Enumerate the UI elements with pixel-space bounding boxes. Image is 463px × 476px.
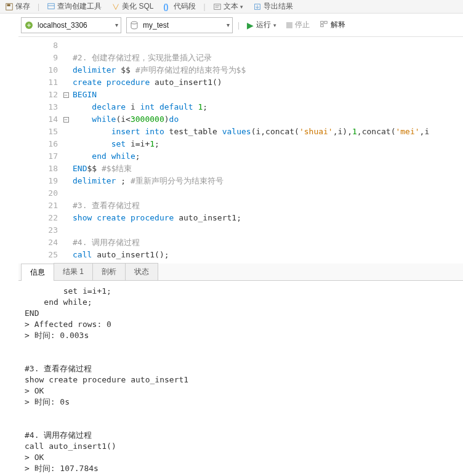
save-button[interactable]: 保存 bbox=[2, 1, 33, 12]
fold-marker bbox=[62, 175, 70, 187]
svg-rect-1 bbox=[7, 4, 10, 6]
svg-point-9 bbox=[131, 22, 137, 24]
code-area[interactable]: #2. 创建存储过程，实现批量插入记录delimiter $$ #声明存储过程的… bbox=[70, 37, 463, 264]
fold-marker bbox=[62, 150, 70, 163]
chevron-down-icon: ▾ bbox=[227, 22, 230, 28]
line-number: 21 bbox=[18, 200, 58, 212]
chevron-down-icon: ▾ bbox=[273, 22, 276, 28]
separator: | bbox=[38, 2, 39, 11]
code-snippet-label: 代码段 bbox=[174, 1, 196, 12]
fold-marker[interactable]: − bbox=[62, 113, 70, 126]
connection-icon bbox=[24, 20, 34, 30]
tab-analysis[interactable]: 剖析 bbox=[92, 263, 126, 280]
play-icon: ▶ bbox=[247, 20, 254, 30]
chevron-down-icon: ▾ bbox=[115, 22, 118, 28]
line-number: 13 bbox=[18, 101, 58, 113]
database-text: my_test bbox=[143, 21, 223, 30]
separator: | bbox=[238, 21, 240, 30]
database-icon bbox=[129, 20, 139, 30]
database-dropdown[interactable]: my_test ▾ bbox=[126, 17, 233, 33]
code-line[interactable]: BEGIN bbox=[73, 89, 463, 101]
code-line[interactable]: while(i<3000000)do bbox=[73, 113, 463, 126]
line-number: 9 bbox=[18, 52, 58, 64]
line-number: 24 bbox=[18, 236, 58, 249]
fold-marker bbox=[62, 126, 70, 138]
code-line[interactable]: #4. 调用存储过程 bbox=[73, 236, 463, 249]
fold-marker bbox=[62, 64, 70, 76]
text-label: 文本 bbox=[223, 1, 238, 12]
beautify-icon bbox=[111, 2, 120, 11]
tab-result1[interactable]: 结果 1 bbox=[54, 263, 93, 280]
export-result-button[interactable]: 导出结果 bbox=[251, 1, 296, 12]
fold-column: −− bbox=[62, 37, 70, 264]
code-line[interactable]: #3. 查看存储过程 bbox=[73, 200, 463, 212]
svg-rect-4 bbox=[214, 4, 220, 9]
svg-rect-12 bbox=[321, 25, 323, 27]
code-line[interactable]: show create procedure auto_insert1; bbox=[73, 212, 463, 224]
code-line[interactable]: end while; bbox=[73, 150, 463, 163]
line-gutter: 8910111213141516171819202122232425 bbox=[18, 37, 62, 264]
code-line[interactable]: set i=i+1; bbox=[73, 138, 463, 150]
stop-label: 停止 bbox=[295, 20, 310, 30]
code-snippet-icon: () bbox=[163, 2, 172, 11]
fold-marker bbox=[62, 52, 70, 64]
fold-marker bbox=[62, 76, 70, 89]
fold-marker bbox=[62, 249, 70, 261]
fold-marker bbox=[62, 224, 70, 236]
fold-marker[interactable]: − bbox=[62, 89, 70, 101]
query-builder-icon bbox=[47, 2, 55, 11]
stop-icon bbox=[286, 22, 292, 28]
line-number: 17 bbox=[18, 150, 58, 163]
fold-marker bbox=[62, 200, 70, 212]
connection-dropdown[interactable]: localhost_3306 ▾ bbox=[21, 17, 121, 33]
run-label: 运行 bbox=[256, 20, 271, 30]
left-margin bbox=[0, 14, 18, 264]
tab-info[interactable]: 信息 bbox=[21, 264, 54, 281]
line-number: 12 bbox=[18, 89, 58, 101]
line-number: 14 bbox=[18, 113, 58, 126]
code-line[interactable]: delimiter $$ #声明存储过程的结束符号为$$ bbox=[73, 64, 463, 76]
code-line[interactable]: END$$ #$$结束 bbox=[73, 163, 463, 175]
fold-marker bbox=[62, 236, 70, 249]
svg-rect-10 bbox=[321, 22, 323, 24]
code-line[interactable] bbox=[73, 39, 463, 52]
code-line[interactable]: call auto_insert1(); bbox=[73, 249, 463, 261]
explain-icon bbox=[320, 20, 328, 30]
code-editor[interactable]: 8910111213141516171819202122232425 −− #2… bbox=[18, 37, 463, 264]
code-line[interactable]: #2. 创建存储过程，实现批量插入记录 bbox=[73, 52, 463, 64]
code-line[interactable]: delimiter ; #重新声明分号为结束符号 bbox=[73, 175, 463, 187]
tab-status[interactable]: 状态 bbox=[125, 263, 158, 280]
line-number: 11 bbox=[18, 76, 58, 89]
code-snippet-button[interactable]: () 代码段 bbox=[161, 1, 198, 12]
export-icon bbox=[253, 2, 262, 11]
output-panel[interactable]: set i=i+1; end while; END > Affected row… bbox=[0, 281, 463, 476]
chevron-down-icon: ▾ bbox=[240, 4, 243, 10]
save-label: 保存 bbox=[15, 1, 30, 12]
export-label: 导出结果 bbox=[264, 1, 293, 12]
query-builder-label: 查询创建工具 bbox=[57, 1, 102, 12]
code-line[interactable]: insert into test_table values(i,concat('… bbox=[73, 126, 463, 138]
explain-label: 解释 bbox=[331, 20, 345, 30]
query-builder-button[interactable]: 查询创建工具 bbox=[44, 1, 104, 12]
run-button[interactable]: ▶ 运行 ▾ bbox=[244, 20, 279, 30]
line-number: 10 bbox=[18, 64, 58, 76]
code-line[interactable]: create procedure auto_insert1() bbox=[73, 76, 463, 89]
stop-button: 停止 bbox=[284, 20, 312, 30]
line-number: 19 bbox=[18, 175, 58, 187]
secondary-toolbar: localhost_3306 ▾ my_test ▾ | ▶ 运行 ▾ 停止 bbox=[18, 14, 463, 37]
top-toolbar: 保存 | 查询创建工具 美化 SQL () 代码段 | 文本 ▾ 导出结果 bbox=[0, 0, 463, 14]
explain-button[interactable]: 解释 bbox=[317, 20, 348, 30]
beautify-label: 美化 SQL bbox=[122, 1, 153, 12]
beautify-sql-button[interactable]: 美化 SQL bbox=[109, 1, 156, 12]
line-number: 25 bbox=[18, 249, 58, 261]
line-number: 18 bbox=[18, 163, 58, 175]
text-button[interactable]: 文本 ▾ bbox=[211, 1, 246, 12]
line-number: 20 bbox=[18, 187, 58, 200]
fold-marker bbox=[62, 212, 70, 224]
line-number: 15 bbox=[18, 126, 58, 138]
code-line[interactable] bbox=[73, 224, 463, 236]
code-line[interactable]: declare i int default 1; bbox=[73, 101, 463, 113]
line-number: 8 bbox=[18, 39, 58, 52]
code-line[interactable] bbox=[73, 187, 463, 200]
fold-marker bbox=[62, 163, 70, 175]
